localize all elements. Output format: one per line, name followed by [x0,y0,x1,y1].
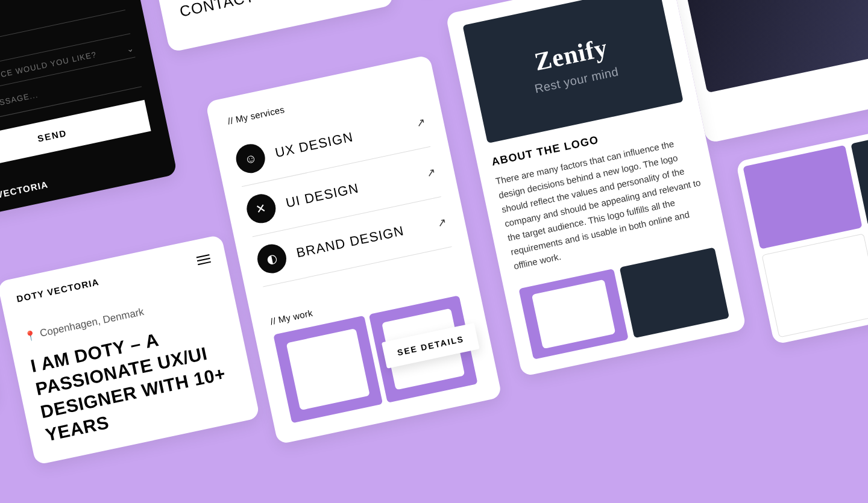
mockup-image [678,0,868,93]
zenify-thumb[interactable] [620,247,729,338]
people-icon: ☺ [233,142,268,176]
work-section: // My work SEE DETAILS [269,276,481,423]
thumb-grid-card [735,114,868,345]
tools-icon: ✕ [244,192,278,226]
hero-card: DOTY VECTORIA 📍 Copenhagen, Denmark I AM… [0,234,260,465]
thumb[interactable] [762,234,868,338]
arrow-icon: ↗ [415,115,426,130]
nav-contact[interactable]: CONTACT [175,0,374,37]
contact-form-card: // Send me a message ⌄ SEND DOTY VECTORI… [0,0,177,222]
palette-icon: ◐ [255,242,289,276]
zenify-thumb[interactable] [518,269,628,360]
service-label: BRAND DESIGN [295,218,429,261]
arrow-icon: ↗ [426,165,437,180]
arrow-icon: ↗ [436,215,448,230]
nav-card: ALL PROJECTS ABOUT ME CONTACT [134,0,394,52]
service-label: UI DESIGN [285,168,418,211]
work-thumbnail[interactable] [273,316,382,423]
chevron-down-icon: ⌄ [125,43,134,54]
brand-footer: DOTY VECTORIA [0,156,159,207]
thumb[interactable] [743,145,862,249]
pin-icon: 📍 [24,329,38,343]
menu-icon[interactable] [197,254,211,264]
service-label: UX DESIGN [274,118,407,161]
hero-header: DOTY VECTORIA [16,253,211,304]
brand-logo[interactable]: DOTY VECTORIA [16,276,100,304]
